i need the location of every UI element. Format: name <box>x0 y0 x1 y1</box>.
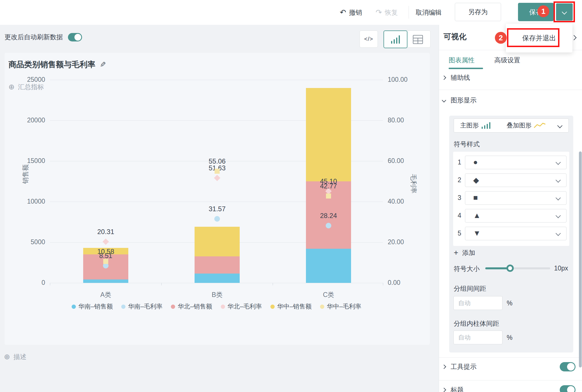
chart-view-button[interactable] <box>383 30 407 48</box>
right-axis-tick: 40.00 <box>388 198 404 205</box>
section-graphic-display[interactable]: 图形显示 <box>442 96 477 105</box>
bar-segment-华南–销售额 <box>306 249 351 283</box>
main-graphic-label: 主图形 <box>460 121 479 130</box>
symbol-row-index: 2 <box>458 176 461 184</box>
chevron-right-icon <box>442 387 446 392</box>
add-summary-metric-button[interactable]: ⊕ 汇总指标 <box>8 83 44 91</box>
edit-title-icon[interactable]: ✎ <box>100 60 106 69</box>
add-description-button[interactable]: ⊕ 描述 <box>4 353 27 361</box>
group-gap-label: 分组间间距 <box>454 284 486 293</box>
symbol-row-index: 4 <box>458 212 461 219</box>
plus-circle-icon: ⊕ <box>8 83 15 91</box>
symbol-size-value: 10px <box>554 265 568 272</box>
save-dropdown-button[interactable] <box>556 3 573 21</box>
category-axis-tick <box>273 283 273 285</box>
inner-gap-input[interactable] <box>453 331 502 344</box>
symbol-row: 5▼ <box>453 227 569 240</box>
chevron-down-icon <box>555 231 561 236</box>
symbol-shape-select[interactable]: ● <box>465 156 566 169</box>
toolbar-divider <box>409 6 409 19</box>
auto-refresh-label: 更改后自动刷新数据 <box>5 33 63 41</box>
legend-item[interactable]: 华北–毛利率 <box>221 302 262 311</box>
summary-metric-label: 汇总指标 <box>18 83 44 91</box>
title-toggle[interactable] <box>560 385 576 392</box>
point-value-label: 28.24 <box>309 212 348 220</box>
category-axis-tick <box>383 283 383 285</box>
left-axis-tick: 0 <box>20 279 45 287</box>
cancel-edit-label: 取消编辑 <box>416 8 442 17</box>
description-label: 描述 <box>14 353 27 361</box>
redo-button[interactable]: ↷ 恢复 <box>376 0 398 25</box>
symbol-shape-select[interactable]: ▼ <box>465 227 566 240</box>
overlay-graphic-label: 叠加图形 <box>507 121 532 130</box>
legend-label: 华中–销售额 <box>277 302 312 311</box>
legend-item[interactable]: 华南–毛利率 <box>121 302 162 311</box>
undo-label: 撤销 <box>349 8 362 17</box>
visualization-panel: 可视化 图表属性 高级设置 辅助线 图形显示 主图形 叠加 <box>439 25 582 392</box>
category-label: C类 <box>312 290 345 299</box>
tooltip-label: 工具提示 <box>451 362 477 371</box>
legend-dot-icon <box>121 305 125 309</box>
save-as-button[interactable]: 另存为 <box>455 3 501 21</box>
point-华南–毛利率 <box>326 223 331 228</box>
triangle-down-icon: ▼ <box>473 229 481 238</box>
code-icon: </> <box>364 36 373 42</box>
point-华中–毛利率 <box>215 169 220 174</box>
legend-item[interactable]: 华中–销售额 <box>270 302 312 311</box>
symbol-row-index: 3 <box>458 194 461 202</box>
bar-segment-华中–销售额 <box>195 227 240 256</box>
title-section-label: 标题 <box>451 386 464 392</box>
tab-advanced-settings[interactable]: 高级设置 <box>494 56 520 65</box>
legend-label: 华南–销售额 <box>78 302 113 311</box>
cancel-edit-button[interactable]: 取消编辑 <box>416 0 442 25</box>
save-dropdown-menu: 保存并退出 <box>506 24 572 52</box>
symbol-size-slider[interactable] <box>485 267 550 269</box>
auto-refresh-toggle[interactable] <box>68 33 82 41</box>
table-view-button[interactable] <box>407 31 429 48</box>
symbol-shape-select[interactable]: ▲ <box>465 209 566 223</box>
redo-label: 恢复 <box>385 8 398 17</box>
symbol-shape-select[interactable]: ■ <box>465 191 566 205</box>
annotation-badge-1: 1 <box>537 5 549 17</box>
symbol-size-label: 符号大小 <box>454 265 480 273</box>
save-as-label: 另存为 <box>468 8 488 16</box>
right-axis-tick: 100.00 <box>388 76 407 83</box>
view-switch-group <box>383 30 431 48</box>
triangle-up-icon: ▲ <box>473 211 481 220</box>
left-axis-tick: 5000 <box>20 238 45 246</box>
legend-label: 华北–毛利率 <box>228 302 262 311</box>
aux-line-label: 辅助线 <box>451 73 470 82</box>
add-symbol-button[interactable]: + 添加 <box>454 248 475 257</box>
undo-button[interactable]: ↶ 撤销 <box>340 0 362 25</box>
save-and-exit-menu-item[interactable]: 保存并退出 <box>506 28 572 49</box>
legend-item[interactable]: 华中–毛利率 <box>320 302 361 311</box>
chevron-down-icon <box>557 123 562 128</box>
legend-item[interactable]: 华南–销售额 <box>72 302 113 311</box>
tooltip-toggle[interactable] <box>560 362 576 371</box>
gridline <box>50 80 383 80</box>
panel-scrollbar[interactable] <box>579 151 582 367</box>
legend-dot-icon <box>171 305 175 309</box>
square-icon: ■ <box>473 193 478 202</box>
tab-chart-properties[interactable]: 图表属性 <box>449 56 475 65</box>
section-aux-line[interactable]: 辅助线 <box>442 73 470 82</box>
legend-item[interactable]: 华北–销售额 <box>171 302 212 311</box>
panel-collapse-button[interactable] <box>572 36 576 41</box>
section-title: 标题 <box>442 381 579 392</box>
chevron-down-icon <box>555 213 561 218</box>
code-view-button[interactable]: </> <box>360 30 378 48</box>
bar-segment-华南–销售额 <box>195 274 240 283</box>
category-label: B类 <box>200 290 234 299</box>
plus-circle-icon: ⊕ <box>4 353 10 361</box>
graphic-type-selector[interactable]: 主图形 叠加图形 <box>454 118 569 133</box>
active-tab-underline <box>449 68 483 69</box>
group-gap-input[interactable] <box>453 296 502 310</box>
point-华中–毛利率 <box>326 193 331 199</box>
symbol-shape-select[interactable]: ◆ <box>465 173 566 187</box>
circle-icon: ● <box>473 158 478 167</box>
slider-handle[interactable] <box>506 265 514 272</box>
graphic-display-settings: 主图形 叠加图形 符号样式 1●2◆3■4▲5▼ + 添加 符号大小 <box>449 116 573 353</box>
graphic-display-label: 图形显示 <box>451 96 477 105</box>
bar-segment-华南–销售额 <box>83 279 128 283</box>
symbol-row-index: 5 <box>458 230 461 237</box>
